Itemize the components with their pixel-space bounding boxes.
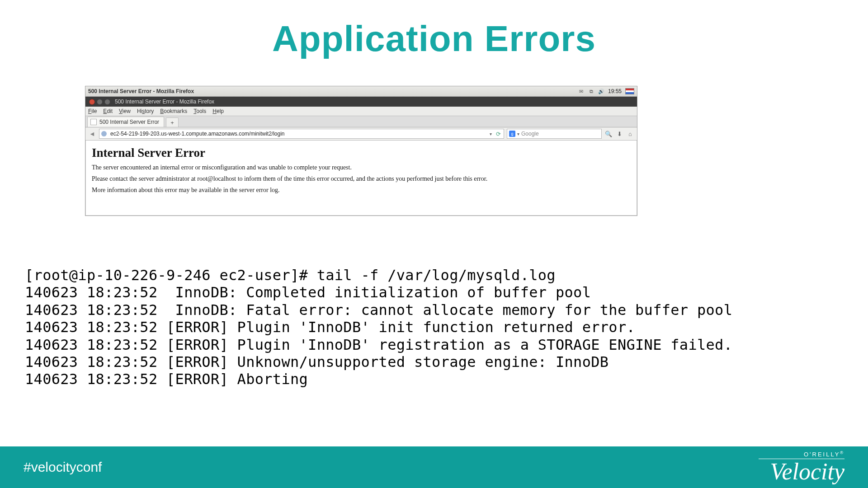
slide-footer: #velocityconf O'REILLY® Velocity	[0, 446, 868, 488]
home-icon[interactable]: ⌂	[626, 130, 634, 138]
url-input[interactable]	[109, 130, 487, 137]
url-dropdown-icon[interactable]: ▾	[490, 131, 492, 136]
window-controls[interactable]	[89, 99, 110, 105]
url-bar[interactable]: ▾ ⟳	[99, 129, 504, 139]
menu-bookmarks[interactable]: Bookmarks	[160, 108, 187, 114]
menu-help[interactable]: Help	[212, 108, 224, 114]
error-heading: Internal Server Error	[92, 146, 631, 160]
search-dropdown-icon[interactable]: ▾	[517, 131, 519, 136]
back-button[interactable]: ◄	[88, 130, 96, 138]
clock: 19:55	[608, 88, 622, 94]
downloads-icon[interactable]: ⬇	[615, 130, 623, 138]
window-title: 500 Internal Server Error - Mozilla Fire…	[88, 88, 194, 94]
error-text-1: The server encountered an internal error…	[92, 164, 631, 172]
os-titlebar: 500 Internal Server Error - Mozilla Fire…	[85, 86, 637, 97]
volume-icon: 🔊	[598, 88, 604, 94]
velocity-wordmark: Velocity	[759, 460, 844, 483]
nav-toolbar: ◄ ▾ ⟳ g ▾ Google 🔍 ⬇ ⌂	[85, 127, 637, 141]
slide-title: Application Errors	[0, 18, 868, 60]
favicon-icon	[90, 119, 97, 125]
firefox-title-text: 500 Internal Server Error - Mozilla Fire…	[115, 99, 214, 105]
system-tray: ✉ ⧉ 🔊 19:55	[578, 88, 634, 94]
menu-history[interactable]: History	[137, 108, 154, 114]
tab-active[interactable]: 500 Internal Server Error	[87, 117, 164, 127]
browser-window: 500 Internal Server Error - Mozilla Fire…	[85, 86, 637, 216]
close-icon[interactable]	[89, 99, 95, 105]
minimize-icon[interactable]	[97, 99, 103, 105]
search-box[interactable]: g ▾ Google	[507, 129, 602, 139]
registered-mark: ®	[840, 450, 844, 455]
reload-button[interactable]: ⟳	[495, 130, 502, 137]
menubar[interactable]: File Edit View History Bookmarks Tools H…	[85, 107, 637, 116]
firefox-titlebar: 500 Internal Server Error - Mozilla Fire…	[85, 97, 637, 107]
page-content: Internal Server Error The server encount…	[85, 141, 637, 216]
menu-edit[interactable]: Edit	[103, 108, 113, 114]
terminal-output: [root@ip-10-226-9-246 ec2-user]# tail -f…	[25, 267, 852, 388]
oreilly-text: O'REILLY	[804, 451, 840, 458]
error-text-2: Please contact the server administrator …	[92, 175, 631, 183]
hashtag: #velocityconf	[24, 460, 759, 475]
tab-label: 500 Internal Server Error	[99, 119, 159, 125]
error-text-3: More information about this error may be…	[92, 186, 631, 195]
menu-file[interactable]: File	[88, 108, 97, 114]
new-tab-button[interactable]: +	[166, 117, 179, 127]
network-icon: ⧉	[588, 88, 594, 94]
search-placeholder: Google	[521, 131, 539, 137]
menu-view[interactable]: View	[119, 108, 131, 114]
maximize-icon[interactable]	[104, 99, 110, 105]
flag-icon	[625, 88, 634, 94]
search-icon[interactable]: 🔍	[604, 130, 613, 138]
tab-strip[interactable]: 500 Internal Server Error +	[85, 116, 637, 127]
mail-icon: ✉	[578, 88, 585, 94]
search-engine-icon[interactable]: g	[509, 131, 515, 137]
menu-tools[interactable]: Tools	[193, 108, 206, 114]
velocity-logo: O'REILLY® Velocity	[759, 451, 844, 483]
site-identity-icon[interactable]	[101, 131, 107, 136]
